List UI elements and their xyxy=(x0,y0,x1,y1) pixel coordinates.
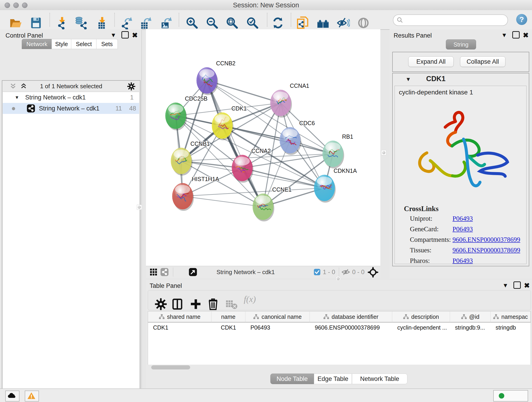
node-label: CCNE1 xyxy=(272,186,292,193)
import-table-icon[interactable] xyxy=(96,17,109,29)
network-node-CCNB2[interactable]: CCNB2 xyxy=(196,60,235,95)
cell[interactable]: cyclin-dependent ... xyxy=(392,322,450,332)
crosslink-value-link[interactable]: P06493 xyxy=(452,215,473,222)
hide-selected-icon[interactable] xyxy=(337,17,350,29)
result-gene-name: CDK1 xyxy=(426,75,445,83)
zoom-selected-icon[interactable] xyxy=(246,17,259,29)
network-edge[interactable] xyxy=(222,126,333,154)
result-expander-icon[interactable]: ▼ xyxy=(405,76,411,83)
network-edge[interactable] xyxy=(183,196,263,207)
control-panel-float-icon[interactable] xyxy=(121,31,129,38)
tab-network-table[interactable]: Network Table xyxy=(352,374,407,384)
tab-edge-table[interactable]: Edge Table xyxy=(314,374,352,384)
tab-sets[interactable]: Sets xyxy=(96,39,118,49)
network-node-CCNA2[interactable]: CCNA2 xyxy=(232,148,271,183)
zoom-in-icon[interactable] xyxy=(186,17,198,29)
vertical-splitter-handle[interactable] xyxy=(137,205,142,210)
tab-style[interactable]: Style xyxy=(51,39,71,49)
control-panel-menu-icon[interactable]: ▼ xyxy=(110,32,116,39)
collapse-all-button[interactable]: Collapse All xyxy=(460,56,505,67)
network-collection-row[interactable]: ▼ String Network – cdk1 1 xyxy=(3,92,139,103)
help-icon[interactable]: ? xyxy=(516,14,527,25)
crosslink-label: Uniprot: xyxy=(410,215,432,222)
results-panel-float-icon[interactable] xyxy=(512,31,520,38)
results-panel-close-icon[interactable]: ✖ xyxy=(523,31,529,39)
refresh-network-icon[interactable] xyxy=(272,17,284,29)
column-header-database-identifier[interactable]: database identifier xyxy=(310,312,392,322)
network-node-CDKN1A[interactable]: CDKN1A xyxy=(314,167,357,203)
tab-select[interactable]: Select xyxy=(71,39,97,49)
table-row[interactable]: CDK1CDK1P064939606.ENSP00000378699cyclin… xyxy=(148,322,531,332)
column-header-description[interactable]: description xyxy=(392,312,450,322)
split-columns-icon[interactable] xyxy=(171,298,184,311)
column-header-shared-name[interactable]: shared name xyxy=(148,312,211,322)
control-panel-close-icon[interactable]: ✖ xyxy=(132,31,138,39)
network-node-CDC6[interactable]: CDC6 xyxy=(280,120,315,155)
grid-view-icon[interactable] xyxy=(150,268,157,276)
export-table-icon[interactable] xyxy=(139,17,152,29)
cloud-button[interactable] xyxy=(5,390,19,402)
table-panel-close-icon[interactable]: ✖ xyxy=(524,281,530,289)
open-in-new-window-icon[interactable] xyxy=(189,268,197,276)
fx-formula-icon: f(x) xyxy=(244,294,256,304)
first-neighbors-icon[interactable] xyxy=(317,17,330,29)
column-header-name[interactable]: name xyxy=(211,312,245,322)
network-node-RB1[interactable]: RB1 xyxy=(323,133,353,168)
delete-column-icon[interactable] xyxy=(207,298,220,311)
tab-node-table[interactable]: Node Table xyxy=(270,374,314,384)
cell[interactable]: P06493 xyxy=(245,322,310,332)
network-edge[interactable] xyxy=(207,80,263,207)
title-bar: Session: New Session xyxy=(0,0,532,10)
column-header-canonical-name[interactable]: canonical name xyxy=(245,312,310,322)
open-session-icon[interactable] xyxy=(9,17,22,29)
export-image-icon[interactable] xyxy=(159,17,172,29)
cell[interactable]: 9606.ENSP00000378699 xyxy=(310,322,392,332)
table-panel-menu-icon[interactable]: ▼ xyxy=(502,282,508,289)
birdseye-share-icon[interactable] xyxy=(160,268,169,276)
network-node-CCNA1[interactable]: CCNA1 xyxy=(270,83,309,118)
memory-button[interactable]: Memory xyxy=(493,390,528,402)
collection-expander-icon[interactable]: ▼ xyxy=(15,92,19,103)
network-row[interactable]: String Network – cdk1 11 48 xyxy=(3,103,139,114)
copy-network-icon[interactable] xyxy=(297,17,309,29)
column-header--id[interactable]: @id xyxy=(450,312,491,322)
search-box[interactable] xyxy=(393,14,508,26)
export-network-icon[interactable] xyxy=(120,17,133,29)
warning-button[interactable] xyxy=(25,390,39,402)
search-input[interactable] xyxy=(405,16,505,24)
results-panel-title: Results Panel xyxy=(394,32,432,39)
cell[interactable]: stringdb xyxy=(491,322,531,332)
hidden-eye-slash-icon xyxy=(341,268,350,276)
network-options-gear-icon[interactable] xyxy=(127,82,136,91)
results-panel-menu-icon[interactable]: ▼ xyxy=(501,32,507,39)
table-gear-icon[interactable] xyxy=(154,298,167,311)
cell[interactable]: CDK1 xyxy=(148,322,211,332)
show-all-icon[interactable] xyxy=(357,17,370,29)
crosslink-value-link[interactable]: P06493 xyxy=(452,257,473,264)
crosslink-value-link[interactable]: 9606.ENSP00000378699 xyxy=(452,246,520,254)
cell[interactable]: CDK1 xyxy=(211,322,245,332)
import-network-icon[interactable] xyxy=(56,17,69,29)
tab-string[interactable]: String xyxy=(446,39,476,50)
vertical-splitter-handle[interactable] xyxy=(381,150,386,155)
cell[interactable]: stringdb:9... xyxy=(450,322,491,332)
table-panel-float-icon[interactable] xyxy=(513,281,521,289)
tab-network[interactable]: Network xyxy=(22,39,52,49)
import-database-icon[interactable] xyxy=(75,17,88,29)
crosslink-value-link[interactable]: P06493 xyxy=(452,225,473,233)
fit-content-crosshair-icon[interactable] xyxy=(368,267,378,278)
selected-checkbox-icon[interactable] xyxy=(314,269,321,275)
save-session-icon[interactable] xyxy=(30,17,42,29)
network-tree: ▼ String Network – cdk1 1 String Network… xyxy=(3,92,139,402)
toolbar-separator xyxy=(50,13,50,27)
expand-all-button[interactable]: Expand All xyxy=(408,56,454,67)
add-column-icon[interactable] xyxy=(189,298,202,311)
column-header-namespac[interactable]: namespac xyxy=(491,312,531,322)
crosslink-value-link[interactable]: 9606.ENSP00000378699 xyxy=(452,236,520,243)
zoom-out-icon[interactable] xyxy=(206,17,219,29)
horizontal-scrollbar-thumb[interactable] xyxy=(151,365,190,370)
hidden-count: 0 - 0 xyxy=(352,266,365,278)
network-node-HIST1H1A[interactable]: HIST1H1A xyxy=(172,176,219,211)
network-canvas[interactable]: CCNB2 CCNA1 CDC25B CDK1 CDC6 xyxy=(146,29,380,266)
zoom-fit-icon[interactable] xyxy=(226,17,239,29)
